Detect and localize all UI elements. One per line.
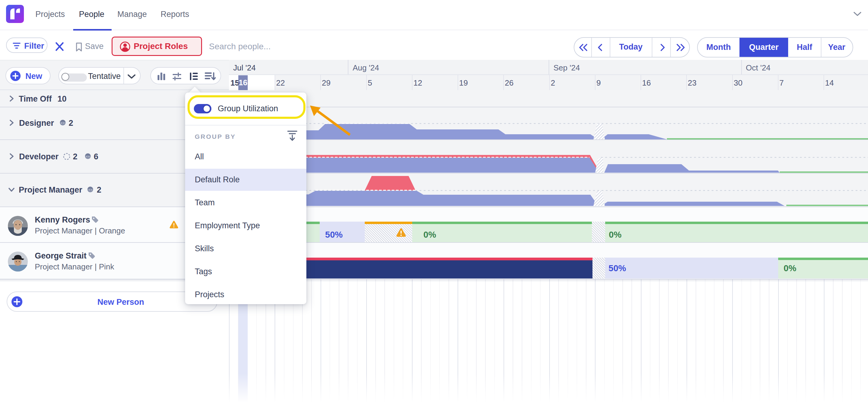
svg-text:0%: 0% [784,263,796,273]
svg-text:0%: 0% [609,230,621,240]
svg-text:50%: 50% [609,263,626,273]
svg-text:50%: 50% [325,230,343,240]
svg-text:0%: 0% [424,230,436,240]
